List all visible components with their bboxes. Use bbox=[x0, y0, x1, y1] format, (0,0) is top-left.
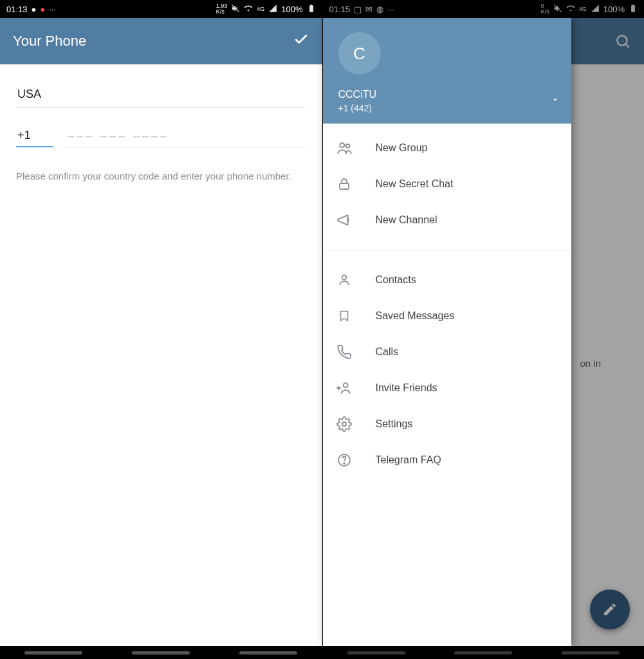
android-navbar bbox=[0, 646, 322, 659]
call-icon bbox=[336, 344, 353, 360]
settings-icon bbox=[336, 416, 353, 432]
battery-icon bbox=[307, 4, 316, 15]
menu-item-saved[interactable]: Saved Messages bbox=[323, 298, 571, 334]
contact-icon bbox=[336, 272, 353, 288]
menu-item-help[interactable]: Telegram FAQ bbox=[323, 442, 571, 478]
country-code-input[interactable]: +1 bbox=[16, 126, 53, 147]
phone-login-screen: 01:13 ● ● ··· 1.93 K/s 4G 100% bbox=[0, 0, 322, 659]
group-icon bbox=[336, 140, 353, 156]
chevron-down-icon bbox=[551, 95, 560, 104]
menu-item-label: New Channel bbox=[376, 214, 437, 226]
drawer-phone: +1 (442) bbox=[338, 103, 558, 113]
drawer-menu: ContactsSaved MessagesCallsInvite Friend… bbox=[323, 255, 571, 485]
menu-item-contact[interactable]: Contacts bbox=[323, 262, 571, 298]
statusbar: 01:13 ● ● ··· 1.93 K/s 4G 100% bbox=[0, 0, 322, 18]
signal-bars-icon bbox=[268, 4, 277, 15]
drawer-header[interactable]: C CCCiTU +1 (442) bbox=[323, 18, 571, 124]
signal-icon: 4G bbox=[257, 6, 264, 12]
nav-back[interactable] bbox=[239, 651, 297, 654]
svg-point-7 bbox=[342, 275, 346, 280]
menu-item-label: Contacts bbox=[376, 274, 416, 286]
appbar: Your Phone bbox=[0, 18, 322, 64]
svg-point-5 bbox=[345, 144, 349, 148]
drawer-menu: New GroupNew Secret ChatNew Channel bbox=[323, 124, 571, 245]
menu-item-invite[interactable]: Invite Friends bbox=[323, 370, 571, 406]
mute-icon bbox=[231, 4, 240, 15]
menu-item-channel[interactable]: New Channel bbox=[323, 202, 571, 238]
menu-item-label: Calls bbox=[376, 346, 399, 358]
confirm-button[interactable] bbox=[293, 31, 309, 51]
menu-item-label: New Group bbox=[376, 142, 428, 154]
svg-point-13 bbox=[344, 463, 345, 464]
status-time: 01:13 bbox=[6, 5, 28, 14]
svg-point-8 bbox=[343, 383, 347, 387]
phone-number-input[interactable]: ––– ––– –––– bbox=[66, 127, 306, 147]
menu-item-label: Settings bbox=[376, 418, 413, 430]
check-icon bbox=[293, 31, 309, 48]
invite-icon bbox=[336, 380, 353, 396]
menu-item-call[interactable]: Calls bbox=[323, 334, 571, 370]
status-app-icon: ● bbox=[32, 5, 37, 14]
appbar-title: Your Phone bbox=[13, 33, 86, 50]
nav-recent[interactable] bbox=[24, 651, 82, 654]
country-selector[interactable]: USA bbox=[16, 84, 306, 108]
navigation-drawer: C CCCiTU +1 (442) New GroupNew Secret Ch… bbox=[323, 18, 571, 646]
menu-item-label: Invite Friends bbox=[376, 382, 437, 394]
svg-point-11 bbox=[342, 422, 346, 426]
menu-item-label: Saved Messages bbox=[376, 310, 455, 322]
channel-icon bbox=[336, 212, 353, 228]
hint-text: Please confirm your country code and ent… bbox=[16, 169, 306, 184]
phone-drawer-screen: 01:15 ▢ ✉ ◍ ··· 0 K/s 4G 100% bbox=[322, 0, 645, 659]
status-app-icon: ● bbox=[40, 5, 45, 14]
menu-item-label: New Secret Chat bbox=[376, 178, 454, 190]
status-battery: 100% bbox=[281, 5, 302, 14]
avatar[interactable]: C bbox=[338, 32, 381, 75]
menu-separator bbox=[323, 250, 571, 250]
wifi-icon bbox=[244, 4, 253, 15]
status-speed: 1.93 K/s bbox=[216, 3, 228, 15]
svg-point-4 bbox=[340, 143, 344, 147]
saved-icon bbox=[336, 308, 353, 324]
status-more-icon: ··· bbox=[49, 5, 56, 14]
lock-icon bbox=[336, 176, 353, 192]
drawer-username: CCCiTU bbox=[338, 89, 558, 100]
nav-home[interactable] bbox=[132, 651, 190, 654]
menu-item-lock[interactable]: New Secret Chat bbox=[323, 166, 571, 202]
menu-item-label: Telegram FAQ bbox=[376, 454, 441, 466]
menu-item-group[interactable]: New Group bbox=[323, 130, 571, 166]
menu-item-settings[interactable]: Settings bbox=[323, 406, 571, 442]
account-expand-button[interactable] bbox=[551, 95, 560, 107]
help-icon bbox=[336, 452, 353, 469]
svg-rect-6 bbox=[340, 183, 349, 189]
